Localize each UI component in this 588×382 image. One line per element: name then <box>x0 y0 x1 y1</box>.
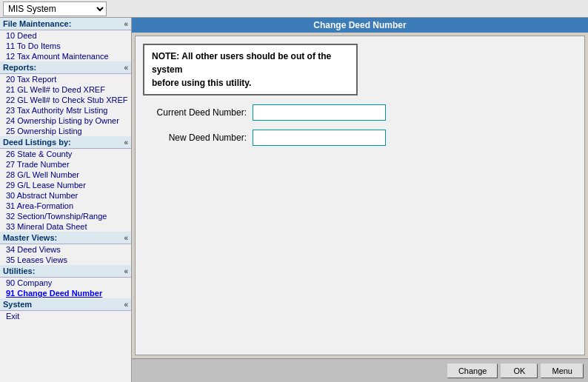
note-box: NOTE: All other users should be out of t… <box>143 44 358 96</box>
note-line1: NOTE: All other users should be out of t… <box>152 51 331 75</box>
sidebar: File Maintenance: « 10 Deed 11 To Do Ite… <box>0 18 132 382</box>
main-layout: File Maintenance: « 10 Deed 11 To Do Ite… <box>0 18 588 382</box>
sidebar-item-26-state-county[interactable]: 26 State & County <box>0 149 131 159</box>
current-deed-input[interactable] <box>253 104 386 121</box>
sidebar-item-32-section[interactable]: 32 Section/Township/Range <box>0 211 131 221</box>
sidebar-item-90-company[interactable]: 90 Company <box>0 278 131 288</box>
sidebar-item-35-leases-views[interactable]: 35 Leases Views <box>0 255 131 265</box>
sidebar-item-exit[interactable]: Exit <box>0 311 131 321</box>
dialog-content: NOTE: All other users should be out of t… <box>135 36 585 355</box>
section-utilities[interactable]: Utilities: « <box>0 265 131 278</box>
top-bar: MIS System <box>0 0 588 18</box>
sidebar-item-22-gl-well-check[interactable]: 22 GL Well# to Check Stub XREF <box>0 95 131 105</box>
sidebar-item-27-trade[interactable]: 27 Trade Number <box>0 159 131 170</box>
collapse-icon-utilities: « <box>124 267 128 275</box>
collapse-icon-deed-listings: « <box>124 138 128 147</box>
collapse-icon-master-views: « <box>124 234 128 242</box>
sidebar-item-20-tax-report[interactable]: 20 Tax Report <box>0 74 131 84</box>
section-deed-listings-label: Deed Listings by: <box>3 138 71 147</box>
section-deed-listings[interactable]: Deed Listings by: « <box>0 136 131 149</box>
note-line2: before using this utility. <box>152 78 251 88</box>
new-deed-input[interactable] <box>253 130 386 146</box>
sidebar-item-34-deed-views[interactable]: 34 Deed Views <box>0 244 131 255</box>
section-utilities-label: Utilities: <box>3 267 35 275</box>
new-deed-label: New Deed Number: <box>143 133 247 143</box>
section-reports[interactable]: Reports: « <box>0 61 131 74</box>
collapse-icon-file-maintenance: « <box>124 20 128 28</box>
sidebar-item-31-area[interactable]: 31 Area-Formation <box>0 201 131 211</box>
section-reports-label: Reports: <box>3 63 36 72</box>
bottom-bar: Change OK Menu <box>132 358 588 382</box>
section-system[interactable]: System « <box>0 298 131 311</box>
sidebar-item-23-tax-authority[interactable]: 23 Tax Authority Mstr Listing <box>0 105 131 115</box>
sidebar-item-28-gl-well[interactable]: 28 G/L Well Number <box>0 170 131 180</box>
mis-system-dropdown[interactable]: MIS System <box>3 1 107 16</box>
sidebar-item-33-mineral[interactable]: 33 Mineral Data Sheet <box>0 221 131 232</box>
section-system-label: System <box>3 300 32 309</box>
change-button[interactable]: Change <box>447 363 498 378</box>
section-master-views-label: Master Views: <box>3 233 57 242</box>
dialog-title: Change Deed Number <box>132 18 588 33</box>
sidebar-item-24-ownership-owner[interactable]: 24 Ownership Listing by Owner <box>0 115 131 126</box>
section-file-maintenance-label: File Maintenance: <box>3 19 71 28</box>
menu-button[interactable]: Menu <box>541 363 584 378</box>
sidebar-item-30-abstract[interactable]: 30 Abstract Number <box>0 190 131 201</box>
current-deed-label: Current Deed Number: <box>143 107 247 118</box>
section-master-views[interactable]: Master Views: « <box>0 232 131 244</box>
sidebar-item-91-change-deed[interactable]: 91 Change Deed Number <box>0 288 131 298</box>
sidebar-item-29-gl-lease[interactable]: 29 G/L Lease Number <box>0 180 131 190</box>
sidebar-item-21-gl-well[interactable]: 21 GL Well# to Deed XREF <box>0 84 131 95</box>
sidebar-item-10-deed[interactable]: 10 Deed <box>0 30 131 41</box>
collapse-icon-system: « <box>124 301 128 309</box>
section-file-maintenance[interactable]: File Maintenance: « <box>0 18 131 30</box>
sidebar-item-25-ownership[interactable]: 25 Ownership Listing <box>0 126 131 136</box>
current-deed-row: Current Deed Number: <box>143 104 577 121</box>
collapse-icon-reports: « <box>124 64 128 72</box>
new-deed-row: New Deed Number: <box>143 130 577 146</box>
sidebar-item-12-tax[interactable]: 12 Tax Amount Maintenance <box>0 51 131 61</box>
content-area: Change Deed Number NOTE: All other users… <box>132 18 588 382</box>
sidebar-item-11-todo[interactable]: 11 To Do Items <box>0 41 131 51</box>
ok-button[interactable]: OK <box>501 363 538 378</box>
